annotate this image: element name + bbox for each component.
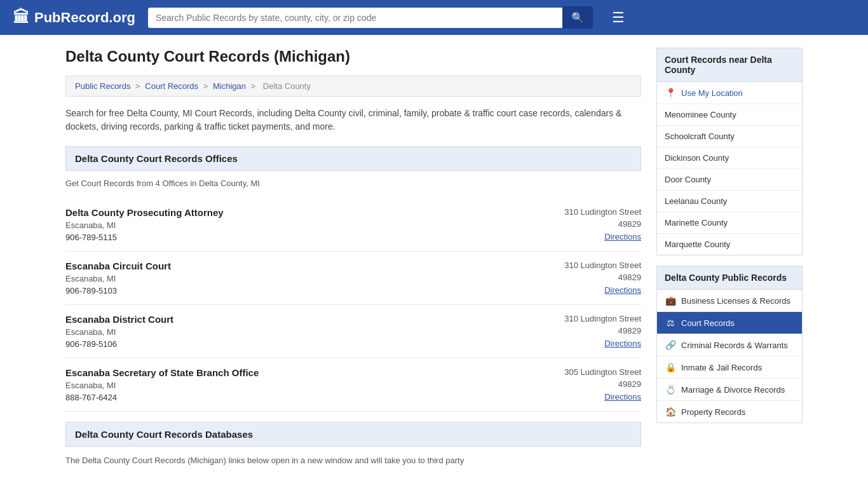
main-container: Delta County Court Records (Michigan) Pu… bbox=[53, 35, 815, 480]
search-input[interactable] bbox=[148, 8, 562, 28]
office-city: Escanaba, MI bbox=[65, 381, 259, 390]
search-bar: 🔍 bbox=[148, 6, 593, 29]
office-phone: 888-767-6424 bbox=[65, 393, 259, 402]
office-zip: 49829 bbox=[564, 379, 641, 389]
nearby-list: 📍 Use My Location Menominee County Schoo… bbox=[656, 82, 803, 255]
offices-sub: Get Court Records from 4 Offices in Delt… bbox=[65, 179, 641, 188]
sidebar-item-leelanau[interactable]: Leelanau County bbox=[657, 191, 802, 212]
sidebar-item-court-records[interactable]: ⚖ Court Records bbox=[657, 312, 802, 334]
sidebar-item-label: Inmate & Jail Records bbox=[681, 363, 762, 372]
office-phone: 906-789-5106 bbox=[65, 339, 173, 349]
sidebar-item-menominee[interactable]: Menominee County bbox=[657, 104, 802, 126]
sidebar-item-label: Leelanau County bbox=[665, 196, 727, 206]
office-left: Escanaba Secretary of State Branch Offic… bbox=[65, 367, 259, 402]
sidebar-item-property-records[interactable]: 🏠 Property Records bbox=[657, 401, 802, 423]
logo-icon: 🏛 bbox=[13, 8, 29, 27]
court-icon: ⚖ bbox=[665, 318, 676, 328]
breadcrumb-michigan[interactable]: Michigan bbox=[213, 81, 246, 91]
page-title: Delta County Court Records (Michigan) bbox=[65, 48, 641, 65]
breadcrumb-sep-1: > bbox=[135, 81, 142, 91]
office-city: Escanaba, MI bbox=[65, 220, 224, 230]
sidebar-item-label: Dickinson County bbox=[665, 153, 729, 163]
sidebar-item-label: Marinette County bbox=[665, 218, 728, 227]
office-address: 310 Ludington Street bbox=[564, 261, 641, 270]
location-icon: 📍 bbox=[665, 88, 676, 98]
content: Delta County Court Records (Michigan) Pu… bbox=[65, 48, 641, 467]
sidebar-item-label: Use My Location bbox=[681, 88, 743, 98]
breadcrumb-delta-county: Delta County bbox=[263, 81, 311, 91]
directions-link[interactable]: Directions bbox=[604, 392, 641, 402]
inmate-icon: 🔒 bbox=[665, 362, 676, 372]
breadcrumb-sep-2: > bbox=[203, 81, 210, 91]
office-zip: 49829 bbox=[564, 326, 641, 336]
header: 🏛 PubRecord.org 🔍 ☰ bbox=[0, 0, 868, 35]
breadcrumb-public-records[interactable]: Public Records bbox=[75, 81, 130, 91]
public-records-list: 💼 Business Licenses & Records ⚖ Court Re… bbox=[656, 290, 803, 423]
sidebar-item-schoolcraft[interactable]: Schoolcraft County bbox=[657, 126, 802, 147]
logo-text: PubRecord.org bbox=[34, 10, 135, 26]
databases-description: The Delta County Court Records (Michigan… bbox=[65, 454, 641, 467]
office-left: Delta County Prosecuting Attorney Escana… bbox=[65, 207, 224, 242]
sidebar-item-label: Marriage & Divorce Records bbox=[681, 385, 785, 395]
business-icon: 💼 bbox=[665, 295, 676, 306]
office-left: Escanaba Circuit Court Escanaba, MI 906-… bbox=[65, 261, 171, 295]
sidebar-item-label: Property Records bbox=[681, 407, 745, 417]
sidebar-item-label: Schoolcraft County bbox=[665, 132, 735, 141]
sidebar-item-label: Business Licenses & Records bbox=[681, 296, 790, 306]
offices-section-header: Delta County Court Records Offices bbox=[65, 146, 641, 171]
office-right: 305 Ludington Street 49829 Directions bbox=[564, 367, 641, 402]
office-right: 310 Ludington Street 49829 Directions bbox=[564, 207, 641, 242]
sidebar-item-marinette[interactable]: Marinette County bbox=[657, 212, 802, 234]
sidebar-item-inmate-records[interactable]: 🔒 Inmate & Jail Records bbox=[657, 356, 802, 379]
criminal-icon: 🔗 bbox=[665, 340, 676, 350]
databases-section-header: Delta County Court Records Databases bbox=[65, 422, 641, 447]
page-description: Search for free Delta County, MI Court R… bbox=[65, 107, 641, 133]
sidebar-item-business-licenses[interactable]: 💼 Business Licenses & Records bbox=[657, 290, 802, 312]
sidebar-item-criminal-records[interactable]: 🔗 Criminal Records & Warrants bbox=[657, 334, 802, 356]
menu-button[interactable]: ☰ bbox=[612, 10, 625, 26]
office-name: Escanaba Secretary of State Branch Offic… bbox=[65, 367, 259, 378]
directions-link[interactable]: Directions bbox=[604, 285, 641, 295]
office-entry: Delta County Prosecuting Attorney Escana… bbox=[65, 198, 641, 252]
sidebar-item-dickinson[interactable]: Dickinson County bbox=[657, 147, 802, 169]
public-records-header: Delta County Public Records bbox=[656, 266, 803, 290]
sidebar-item-label: Criminal Records & Warrants bbox=[681, 341, 788, 350]
office-right: 310 Ludington Street 49829 Directions bbox=[564, 261, 641, 295]
sidebar: Court Records near Delta County 📍 Use My… bbox=[656, 48, 803, 467]
sidebar-item-label: Door County bbox=[665, 175, 711, 184]
office-address: 305 Ludington Street bbox=[564, 367, 641, 377]
office-name: Delta County Prosecuting Attorney bbox=[65, 207, 224, 218]
marriage-icon: 💍 bbox=[665, 384, 676, 395]
office-phone: 906-789-5103 bbox=[65, 286, 171, 295]
office-right: 310 Ludington Street 49829 Directions bbox=[564, 314, 641, 349]
sidebar-item-label: Marquette County bbox=[665, 240, 730, 249]
property-icon: 🏠 bbox=[665, 407, 676, 417]
office-name: Escanaba District Court bbox=[65, 314, 173, 325]
sidebar-item-marquette[interactable]: Marquette County bbox=[657, 234, 802, 255]
sidebar-item-marriage-records[interactable]: 💍 Marriage & Divorce Records bbox=[657, 379, 802, 401]
search-button[interactable]: 🔍 bbox=[562, 6, 593, 29]
breadcrumb: Public Records > Court Records > Michiga… bbox=[65, 76, 641, 97]
nearby-header: Court Records near Delta County bbox=[656, 48, 803, 82]
sidebar-item-label: Menominee County bbox=[665, 110, 736, 119]
office-left: Escanaba District Court Escanaba, MI 906… bbox=[65, 314, 173, 349]
logo[interactable]: 🏛 PubRecord.org bbox=[13, 8, 135, 27]
office-city: Escanaba, MI bbox=[65, 274, 171, 283]
office-name: Escanaba Circuit Court bbox=[65, 261, 171, 271]
office-city: Escanaba, MI bbox=[65, 327, 173, 337]
office-zip: 49829 bbox=[564, 219, 641, 229]
office-entry: Escanaba Circuit Court Escanaba, MI 906-… bbox=[65, 252, 641, 305]
breadcrumb-sep-3: > bbox=[251, 81, 258, 91]
office-zip: 49829 bbox=[564, 273, 641, 282]
office-phone: 906-789-5115 bbox=[65, 233, 224, 242]
breadcrumb-court-records[interactable]: Court Records bbox=[145, 81, 198, 91]
office-entry: Escanaba Secretary of State Branch Offic… bbox=[65, 358, 641, 412]
sidebar-item-use-my-location[interactable]: 📍 Use My Location bbox=[657, 82, 802, 104]
directions-link[interactable]: Directions bbox=[604, 232, 641, 241]
office-address: 310 Ludington Street bbox=[564, 207, 641, 217]
sidebar-item-door[interactable]: Door County bbox=[657, 169, 802, 191]
directions-link[interactable]: Directions bbox=[604, 339, 641, 348]
office-entry: Escanaba District Court Escanaba, MI 906… bbox=[65, 305, 641, 358]
office-address: 310 Ludington Street bbox=[564, 314, 641, 323]
sidebar-item-label: Court Records bbox=[681, 318, 735, 328]
